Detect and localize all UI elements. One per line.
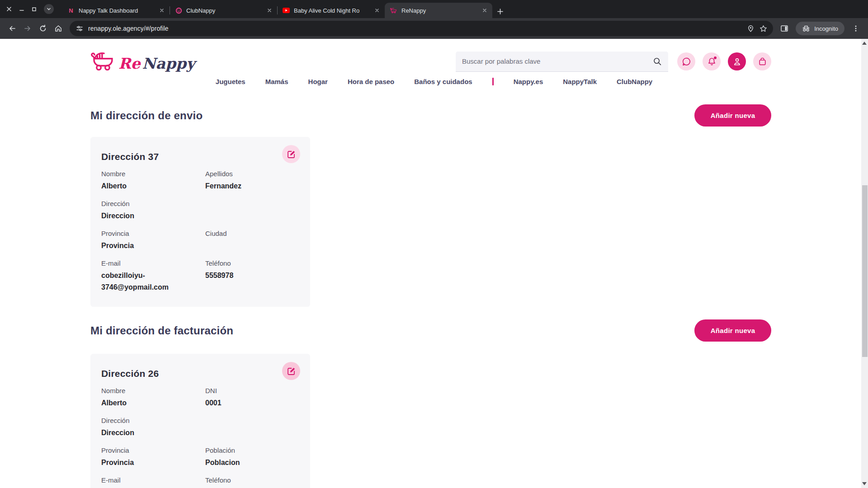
tab-renappy-active[interactable]: ReNappy [385, 3, 492, 18]
messages-button[interactable] [677, 52, 695, 70]
close-icon [481, 7, 488, 14]
browser-toolbar: renappy.ole.agency/#/profile Incognito [0, 18, 868, 39]
shopping-bag-icon [758, 57, 767, 66]
search-icon [653, 57, 662, 66]
logo-text-nappy: Nappy [142, 56, 195, 71]
billing-section-header: Mi dirección de facturación Añadir nueva [90, 319, 771, 342]
tab-close-button[interactable] [158, 6, 166, 14]
notifications-button[interactable] [703, 52, 721, 70]
edit-shipping-address-button[interactable] [282, 145, 300, 163]
field-provincia: Provincia Provincia [101, 230, 205, 252]
field-telefono: Teléfono 5558892 [205, 476, 298, 488]
field-dni: DNI 0001 [205, 387, 298, 409]
window-controls [0, 0, 62, 18]
home-button[interactable] [51, 21, 66, 36]
window-minimize-button[interactable] [19, 6, 24, 12]
tab-label: Baby Alive Cold Night Ro [294, 7, 369, 14]
window-maximize-button[interactable] [32, 7, 37, 12]
field-email: E-mail cobezilloiyu-3746@yopmail.com [101, 259, 205, 293]
minimize-icon [19, 6, 24, 12]
location-button[interactable] [744, 22, 757, 35]
new-tab-button[interactable] [497, 8, 504, 15]
browser-tab-strip: N Nappy Talk Dashboard ClubNappy Baby Al… [0, 0, 868, 18]
tab-search-button[interactable] [44, 4, 54, 14]
edit-pencil-icon [287, 150, 296, 159]
tab-close-button[interactable] [265, 6, 274, 14]
nav-divider [492, 78, 494, 85]
nav-item-banos-y-cuidados[interactable]: Baños y cuidados [414, 78, 472, 85]
tab-close-button[interactable] [481, 6, 489, 14]
star-icon [760, 25, 767, 33]
nav-item-clubnappy[interactable]: ClubNappy [617, 78, 652, 85]
field-provincia: Provincia Provincia [101, 446, 205, 469]
tab-nappy-talk-dashboard[interactable]: N Nappy Talk Dashboard [62, 3, 170, 18]
add-billing-address-button[interactable]: Añadir nueva [694, 319, 771, 342]
search-input[interactable] [462, 57, 653, 65]
field-nombre: Nombre Alberto [101, 170, 205, 192]
plus-icon [497, 8, 504, 15]
close-icon [6, 6, 12, 12]
bookmark-button[interactable] [757, 22, 769, 35]
cart-button[interactable] [753, 52, 771, 70]
search-bar [456, 52, 668, 72]
shipping-address-card: Dirección 37 Nombre Alberto Apellidos Fe… [90, 137, 310, 307]
forward-button[interactable] [20, 21, 35, 36]
billing-address-card: Dirección 26 Nombre Alberto DNI 0001 Dir… [90, 354, 310, 488]
field-nombre: Nombre Alberto [101, 387, 205, 409]
back-button[interactable] [5, 21, 20, 36]
header-icon-group [677, 52, 771, 70]
edit-billing-address-button[interactable] [282, 362, 300, 380]
nav-item-juguetes[interactable]: Juguetes [216, 78, 245, 85]
home-icon [54, 24, 62, 33]
notification-dot [714, 56, 717, 59]
shipping-section-title: Mi dirección de envio [90, 109, 203, 122]
field-telefono: Teléfono 5558978 [205, 259, 298, 293]
three-dots-menu-icon [852, 25, 859, 32]
scrollbar-down-arrow-icon[interactable] [862, 482, 867, 485]
window-close-button[interactable] [6, 6, 12, 12]
url-text[interactable]: renappy.ole.agency/#/profile [88, 25, 744, 32]
location-pin-icon [747, 25, 755, 33]
renappy-logo[interactable]: Re Nappy [90, 52, 195, 71]
web-page: Re Nappy [0, 39, 868, 488]
add-shipping-address-button[interactable]: Añadir nueva [694, 104, 771, 127]
address-bar[interactable]: renappy.ole.agency/#/profile [70, 21, 773, 36]
field-ciudad: Ciudad [205, 230, 298, 252]
screen: N Nappy Talk Dashboard ClubNappy Baby Al… [0, 0, 868, 488]
reload-button[interactable] [35, 21, 51, 36]
nav-item-mamas[interactable]: Mamás [265, 78, 288, 85]
tab-clubnappy[interactable]: ClubNappy [170, 3, 277, 18]
tab-label: ReNappy [401, 7, 476, 14]
scrollbar-thumb[interactable] [862, 185, 868, 357]
search-submit-button[interactable] [653, 57, 662, 66]
card-title: Dirección 37 [101, 151, 298, 162]
incognito-icon [802, 25, 810, 32]
browser-menu-button[interactable] [848, 21, 863, 36]
main-navigation: Juguetes Mamás Hogar Hora de paseo Baños… [0, 78, 868, 93]
maximize-icon [32, 7, 37, 12]
side-panel-button[interactable] [777, 21, 792, 36]
nav-item-nappytalk[interactable]: NappyTalk [563, 78, 597, 85]
chevron-down-icon [47, 7, 51, 11]
scrollbar-up-arrow-icon[interactable] [862, 42, 867, 45]
shipping-section-header: Mi dirección de envio Añadir nueva [90, 104, 771, 127]
incognito-badge[interactable]: Incognito [796, 22, 844, 35]
billing-section-title: Mi dirección de facturación [90, 324, 233, 337]
clubnappy-favicon-icon [175, 7, 182, 14]
nav-item-nappy-es[interactable]: Nappy.es [514, 78, 543, 85]
edit-pencil-icon [287, 367, 296, 375]
tab-close-button[interactable] [373, 6, 381, 14]
tab-label: Nappy Talk Dashboard [79, 7, 154, 14]
youtube-favicon-icon [283, 7, 290, 14]
incognito-label: Incognito [814, 25, 838, 32]
nav-item-hogar[interactable]: Hogar [308, 78, 328, 85]
person-icon [732, 57, 742, 66]
tab-baby-alive-video[interactable]: Baby Alive Cold Night Ro [277, 3, 385, 18]
page-scrollbar[interactable] [861, 39, 868, 488]
field-direccion: Dirección Direccion [101, 417, 205, 439]
nav-item-hora-de-paseo[interactable]: Hora de paseo [348, 78, 394, 85]
field-poblacion: Población Poblacion [205, 446, 298, 469]
n-letter-favicon-icon: N [67, 7, 75, 14]
profile-button[interactable] [728, 52, 746, 70]
site-settings-tune-icon[interactable] [76, 25, 83, 32]
